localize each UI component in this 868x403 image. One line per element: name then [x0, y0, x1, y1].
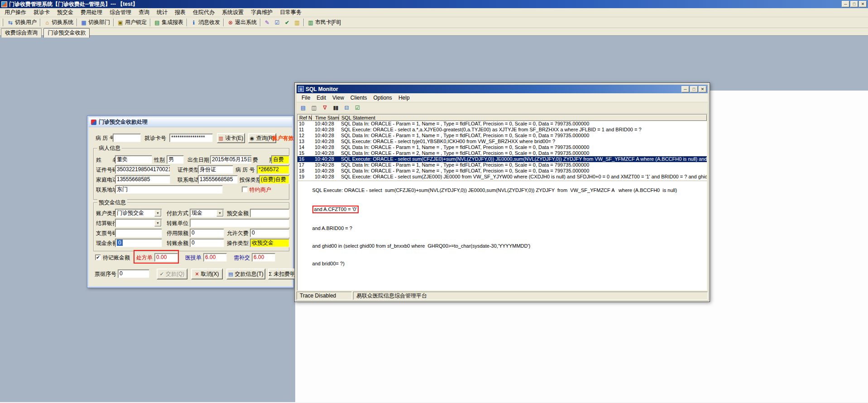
home-phone-input[interactable]: 13555668585: [115, 175, 170, 184]
toolbar-icon-button[interactable]: ▥: [292, 19, 302, 27]
tab[interactable]: 收费综合查询: [1, 28, 42, 38]
pay-button[interactable]: ✔ 交款(Q): [157, 269, 187, 279]
name-input[interactable]: 董奕: [115, 155, 152, 164]
check-no-input[interactable]: [115, 229, 162, 237]
sql-menu-item[interactable]: Help: [395, 94, 413, 102]
sql-row[interactable]: 10 10:40:28 SQL Data In: ORACLE - Param …: [297, 121, 707, 127]
pay-info-button[interactable]: ▤ 交款信息(T): [226, 269, 265, 279]
tab[interactable]: 门诊预交金收款: [43, 28, 90, 38]
sql-row[interactable]: 19 10:40:28 SQL Execute: ORACLE - select…: [297, 174, 707, 180]
unpaid-detail-button[interactable]: Σ 未扣费明: [268, 269, 296, 279]
window-control-button[interactable]: □: [690, 86, 698, 92]
menu-item[interactable]: 日常事务: [276, 8, 305, 17]
insurance-input[interactable]: (自费)自费: [259, 175, 289, 184]
sql-row[interactable]: 16 10:40:28 SQL Execute: ORACLE - select…: [297, 156, 707, 162]
id-number-input[interactable]: 350322198504170021: [115, 165, 170, 174]
card-no-input[interactable]: ****************: [169, 134, 213, 142]
cancel-button[interactable]: ✕ 取消(X): [191, 269, 223, 279]
op-type-input[interactable]: 收预交金: [250, 239, 289, 247]
cash-balance-input[interactable]: 0: [115, 239, 162, 247]
toolbar-icon-button[interactable]: ☑: [272, 19, 282, 27]
chevron-down-icon[interactable]: ▼: [154, 220, 161, 226]
menu-item[interactable]: 费用处理: [77, 8, 106, 17]
menu-item[interactable]: 字典维护: [247, 8, 276, 17]
sql-row[interactable]: 13 10:40:28 SQL Execute: ORACLE - select…: [297, 139, 707, 144]
chevron-down-icon[interactable]: ▼: [154, 210, 161, 216]
citizen-card-button[interactable]: ▥ 市民卡[F8]: [306, 18, 343, 27]
contact-phone-input[interactable]: 13555668585: [198, 175, 238, 184]
toolbar-icon-button[interactable]: ✎: [262, 19, 272, 27]
sql-row[interactable]: 14 10:40:28 SQL Data In: ORACLE - Param …: [297, 144, 707, 150]
sql-menu-item[interactable]: Clients: [347, 94, 370, 102]
sql-toolbar-button[interactable]: ◫: [309, 103, 319, 112]
account-type-select[interactable]: 门诊预交金 ▼: [115, 209, 162, 217]
menu-item[interactable]: 报表: [171, 8, 189, 17]
gender-input[interactable]: 男: [167, 155, 184, 164]
dialog-titlebar[interactable]: 门诊预交金收款处理: [89, 117, 292, 127]
prescription-input[interactable]: 0.00: [154, 253, 178, 262]
window-control-button[interactable]: ─: [681, 86, 689, 92]
menu-item[interactable]: 查询: [135, 8, 153, 17]
transfer-unit-input[interactable]: [190, 219, 289, 227]
chevron-down-icon[interactable]: ▼: [216, 210, 223, 216]
column-header-statement[interactable]: SQL Statement: [339, 115, 707, 121]
menu-item[interactable]: 就诊卡: [30, 8, 53, 17]
sql-menu-item[interactable]: Edit: [313, 94, 329, 102]
toolbar-icon-button[interactable]: ✔: [282, 19, 292, 27]
toolbar-button[interactable]: ⊗ 退出系统: [225, 18, 259, 27]
medtech-input[interactable]: 6.00: [203, 253, 227, 262]
special-merchant-checkbox[interactable]: [242, 187, 248, 192]
sql-row[interactable]: 18 10:40:28 SQL Data In: ORACLE - Param …: [297, 168, 707, 174]
bank-select[interactable]: ▼: [115, 219, 162, 227]
need-pay-input[interactable]: 6.00: [252, 253, 275, 262]
address-input[interactable]: 东门: [115, 185, 223, 194]
allow-debt-input[interactable]: 0: [250, 229, 289, 237]
menu-item[interactable]: 预交金: [53, 8, 77, 17]
menu-item[interactable]: 用户操作: [1, 8, 30, 17]
sql-toolbar-button[interactable]: ⊟: [341, 103, 351, 112]
window-control-button[interactable]: ✕: [859, 1, 867, 7]
id-type-input[interactable]: 身份证: [198, 165, 233, 174]
transfer-balance-input[interactable]: 0: [190, 239, 224, 247]
window-control-button[interactable]: ─: [842, 1, 849, 7]
toolbar-button[interactable]: ⌂ 切换系统: [42, 18, 75, 27]
toolbar-button[interactable]: ▤ 集成报表: [152, 18, 185, 27]
birth-input[interactable]: 2015年05月15日: [210, 155, 252, 164]
toolbar-button[interactable]: ▦ 切换部门: [79, 18, 112, 27]
toolbar-button[interactable]: ▣ 用户锁定: [115, 18, 149, 27]
receipt-no-input[interactable]: 0: [118, 269, 149, 278]
sql-row[interactable]: 11 10:40:28 SQL Execute: ORACLE - select…: [297, 127, 707, 133]
sql-row[interactable]: 17 10:40:28 SQL Data In: ORACLE - Param …: [297, 162, 707, 168]
column-header-ref[interactable]: Ref No.: [297, 115, 312, 121]
sql-row[interactable]: 12 10:40:28 SQL Data In: ORACLE - Param …: [297, 133, 707, 139]
sql-detail-pane[interactable]: SQL Execute: ORACLE - select sum(CFZJE0)…: [297, 181, 707, 291]
stop-limit-input[interactable]: 0: [190, 229, 224, 237]
sql-menu-item[interactable]: View: [329, 94, 347, 102]
toolbar-button-label: 退出系统: [235, 19, 257, 26]
sql-toolbar-button[interactable]: ▮▮: [331, 103, 340, 112]
deposit-amount-input[interactable]: [250, 209, 289, 217]
column-header-time[interactable]: Time Stamp: [312, 115, 339, 121]
pay-method-select[interactable]: 现金 ▼: [190, 209, 224, 217]
read-card-button[interactable]: ▥ 读卡(E): [217, 133, 245, 143]
menu-item[interactable]: 住院代办: [189, 8, 218, 17]
menu-item[interactable]: 综合管理: [106, 8, 135, 17]
sql-menu-item[interactable]: File: [298, 94, 313, 102]
record-no-input[interactable]: [113, 134, 141, 142]
sql-toolbar-button[interactable]: ▤: [298, 103, 308, 112]
window-control-button[interactable]: □: [850, 1, 858, 7]
sql-row[interactable]: 15 10:40:28 SQL Data In: ORACLE - Param …: [297, 150, 707, 156]
toolbar-button[interactable]: ℹ 消息收发: [189, 18, 222, 27]
fee-type-input[interactable]: 自费: [271, 155, 289, 164]
menu-item[interactable]: 系统设置: [218, 8, 247, 17]
sql-menu-item[interactable]: Options: [370, 94, 395, 102]
window-control-button[interactable]: ✕: [699, 86, 706, 92]
toolbar-grip[interactable]: [2, 19, 3, 26]
toolbar-button[interactable]: ⇆ 切换用户: [5, 18, 38, 27]
sql-toolbar-button[interactable]: ☑: [352, 103, 362, 112]
pending-amount-checkbox[interactable]: ✔: [95, 254, 101, 260]
sql-toolbar-button[interactable]: ∇: [320, 103, 330, 112]
menu-item[interactable]: 统计: [153, 8, 171, 17]
mrn-input[interactable]: *266572: [257, 165, 289, 174]
sql-titlebar[interactable]: ≣ SQL Monitor ─ □ ✕: [297, 85, 708, 93]
